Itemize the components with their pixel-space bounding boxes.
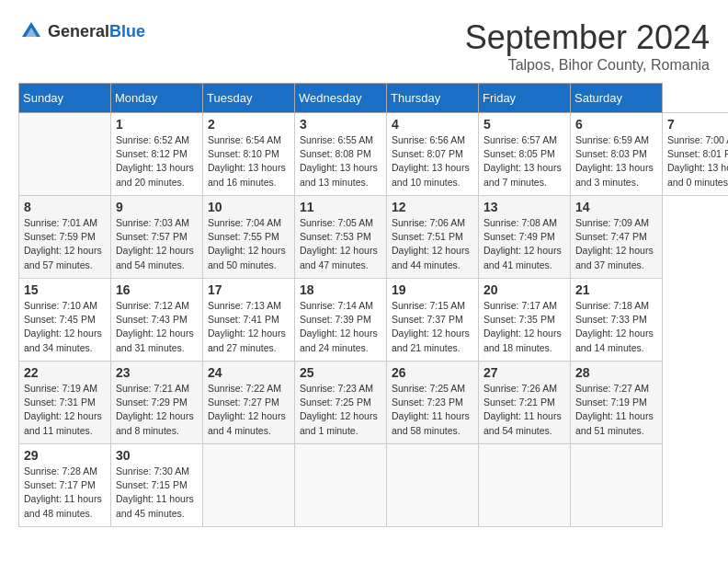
calendar-cell: [295, 444, 387, 527]
daylight-hours: Daylight: 12 hours and 4 minutes.: [208, 410, 286, 435]
day-info: Sunrise: 7:25 AMSunset: 7:23 PMDaylight:…: [392, 382, 473, 438]
sunset-time: Sunset: 7:53 PM: [300, 231, 371, 242]
col-header-friday: Friday: [479, 84, 571, 113]
daylight-hours: Daylight: 13 hours and 10 minutes.: [392, 162, 470, 187]
day-info: Sunrise: 6:54 AMSunset: 8:10 PMDaylight:…: [208, 133, 290, 190]
calendar-cell: 5Sunrise: 6:57 AMSunset: 8:05 PMDaylight…: [479, 113, 571, 196]
day-info: Sunrise: 6:55 AMSunset: 8:08 PMDaylight:…: [300, 133, 381, 190]
calendar-cell: [387, 444, 479, 527]
day-number: 19: [392, 282, 473, 297]
day-number: 26: [392, 365, 473, 380]
location-title: Talpos, Bihor County, Romania: [465, 57, 710, 74]
sunrise-time: Sunrise: 7:22 AM: [208, 383, 281, 394]
daylight-hours: Daylight: 12 hours and 8 minutes.: [116, 410, 194, 435]
sunrise-time: Sunrise: 7:19 AM: [24, 383, 97, 394]
sunrise-time: Sunrise: 7:10 AM: [24, 300, 97, 311]
day-number: 29: [24, 448, 106, 463]
daylight-hours: Daylight: 12 hours and 11 minutes.: [24, 410, 102, 435]
calendar-cell: 20Sunrise: 7:17 AMSunset: 7:35 PMDayligh…: [479, 279, 571, 362]
sunset-time: Sunset: 7:19 PM: [575, 396, 647, 408]
sunrise-time: Sunrise: 7:01 AM: [24, 217, 97, 228]
sunset-time: Sunset: 8:03 PM: [575, 148, 647, 159]
daylight-hours: Daylight: 12 hours and 27 minutes.: [208, 327, 286, 352]
day-info: Sunrise: 6:59 AMSunset: 8:03 PMDaylight:…: [575, 133, 657, 190]
sunset-time: Sunset: 7:45 PM: [24, 314, 96, 325]
sunset-time: Sunset: 7:31 PM: [24, 396, 96, 408]
calendar-cell: 1Sunrise: 6:52 AMSunset: 8:12 PMDaylight…: [111, 113, 203, 196]
sunset-time: Sunset: 7:43 PM: [116, 314, 188, 325]
day-info: Sunrise: 7:17 AMSunset: 7:35 PMDaylight:…: [483, 299, 565, 355]
day-info: Sunrise: 7:04 AMSunset: 7:55 PMDaylight:…: [208, 216, 290, 272]
calendar-cell: 18Sunrise: 7:14 AMSunset: 7:39 PMDayligh…: [295, 279, 387, 362]
calendar-cell: 19Sunrise: 7:15 AMSunset: 7:37 PMDayligh…: [387, 279, 479, 362]
calendar-cell: 29Sunrise: 7:28 AMSunset: 7:17 PMDayligh…: [19, 444, 111, 527]
sunrise-time: Sunrise: 7:23 AM: [300, 383, 373, 394]
sunset-time: Sunset: 8:12 PM: [116, 148, 188, 159]
day-info: Sunrise: 7:23 AMSunset: 7:25 PMDaylight:…: [300, 382, 381, 438]
day-info: Sunrise: 7:22 AMSunset: 7:27 PMDaylight:…: [208, 382, 290, 438]
sunrise-time: Sunrise: 7:03 AM: [116, 217, 189, 228]
daylight-hours: Daylight: 11 hours and 51 minutes.: [575, 410, 654, 435]
day-info: Sunrise: 7:00 AMSunset: 8:01 PMDaylight:…: [667, 133, 728, 190]
sunrise-time: Sunrise: 7:05 AM: [300, 217, 373, 228]
day-number: 1: [116, 117, 198, 132]
calendar-week-row: 15Sunrise: 7:10 AMSunset: 7:45 PMDayligh…: [19, 279, 729, 362]
calendar-cell: 3Sunrise: 6:55 AMSunset: 8:08 PMDaylight…: [295, 113, 387, 196]
sunset-time: Sunset: 7:33 PM: [575, 314, 647, 325]
sunset-time: Sunset: 7:49 PM: [483, 231, 555, 242]
month-title: September 2024: [465, 18, 710, 57]
calendar-week-row: 8Sunrise: 7:01 AMSunset: 7:59 PMDaylight…: [19, 196, 729, 279]
day-info: Sunrise: 6:57 AMSunset: 8:05 PMDaylight:…: [483, 133, 565, 190]
day-info: Sunrise: 7:14 AMSunset: 7:39 PMDaylight:…: [300, 299, 381, 355]
sunset-time: Sunset: 7:57 PM: [116, 231, 188, 242]
sunrise-time: Sunrise: 6:57 AM: [483, 134, 557, 145]
calendar-cell: [479, 444, 571, 527]
sunrise-time: Sunrise: 7:17 AM: [483, 300, 557, 311]
col-header-tuesday: Tuesday: [203, 84, 295, 113]
sunset-time: Sunset: 7:23 PM: [392, 396, 463, 408]
logo-text: GeneralBlue: [48, 22, 145, 41]
calendar-cell: 26Sunrise: 7:25 AMSunset: 7:23 PMDayligh…: [387, 362, 479, 444]
daylight-hours: Daylight: 12 hours and 34 minutes.: [24, 327, 102, 352]
day-number: 15: [24, 282, 106, 297]
sunrise-time: Sunrise: 7:26 AM: [483, 383, 557, 394]
daylight-hours: Daylight: 11 hours and 48 minutes.: [24, 493, 102, 518]
sunset-time: Sunset: 7:59 PM: [24, 231, 96, 242]
calendar-cell: 23Sunrise: 7:21 AMSunset: 7:29 PMDayligh…: [111, 362, 203, 444]
daylight-hours: Daylight: 12 hours and 37 minutes.: [575, 245, 654, 270]
sunset-time: Sunset: 7:47 PM: [575, 231, 647, 242]
daylight-hours: Daylight: 13 hours and 20 minutes.: [116, 162, 194, 187]
day-info: Sunrise: 7:10 AMSunset: 7:45 PMDaylight:…: [24, 299, 106, 355]
col-header-wednesday: Wednesday: [295, 84, 387, 113]
calendar-cell: 17Sunrise: 7:13 AMSunset: 7:41 PMDayligh…: [203, 279, 295, 362]
sunrise-time: Sunrise: 7:13 AM: [208, 300, 281, 311]
sunset-time: Sunset: 7:27 PM: [208, 396, 279, 408]
sunset-time: Sunset: 7:41 PM: [208, 314, 279, 325]
sunrise-time: Sunrise: 7:06 AM: [392, 217, 465, 228]
day-number: 13: [483, 200, 565, 214]
daylight-hours: Daylight: 12 hours and 14 minutes.: [575, 327, 654, 352]
sunrise-time: Sunrise: 6:52 AM: [116, 134, 189, 145]
calendar-cell: [571, 444, 663, 527]
sunset-time: Sunset: 7:51 PM: [392, 231, 463, 242]
sunset-time: Sunset: 8:07 PM: [392, 148, 463, 159]
day-info: Sunrise: 6:56 AMSunset: 8:07 PMDaylight:…: [392, 133, 473, 190]
sunrise-time: Sunrise: 7:28 AM: [24, 465, 97, 477]
daylight-hours: Daylight: 12 hours and 21 minutes.: [392, 327, 470, 352]
sunset-time: Sunset: 8:01 PM: [667, 148, 728, 159]
calendar-table: SundayMondayTuesdayWednesdayThursdayFrid…: [18, 83, 728, 527]
calendar-cell: 7Sunrise: 7:00 AMSunset: 8:01 PMDaylight…: [663, 113, 729, 196]
sunset-time: Sunset: 7:17 PM: [24, 479, 96, 490]
daylight-hours: Daylight: 13 hours and 3 minutes.: [575, 162, 654, 187]
day-info: Sunrise: 7:18 AMSunset: 7:33 PMDaylight:…: [575, 299, 657, 355]
calendar-cell: 2Sunrise: 6:54 AMSunset: 8:10 PMDaylight…: [203, 113, 295, 196]
day-number: 9: [116, 200, 198, 214]
daylight-hours: Daylight: 12 hours and 24 minutes.: [300, 327, 378, 352]
calendar-cell: 25Sunrise: 7:23 AMSunset: 7:25 PMDayligh…: [295, 362, 387, 444]
sunrise-time: Sunrise: 7:04 AM: [208, 217, 281, 228]
day-number: 24: [208, 365, 290, 380]
day-info: Sunrise: 7:01 AMSunset: 7:59 PMDaylight:…: [24, 216, 106, 272]
logo: GeneralBlue: [18, 18, 145, 44]
sunrise-time: Sunrise: 7:25 AM: [392, 383, 465, 394]
daylight-hours: Daylight: 13 hours and 13 minutes.: [300, 162, 378, 187]
